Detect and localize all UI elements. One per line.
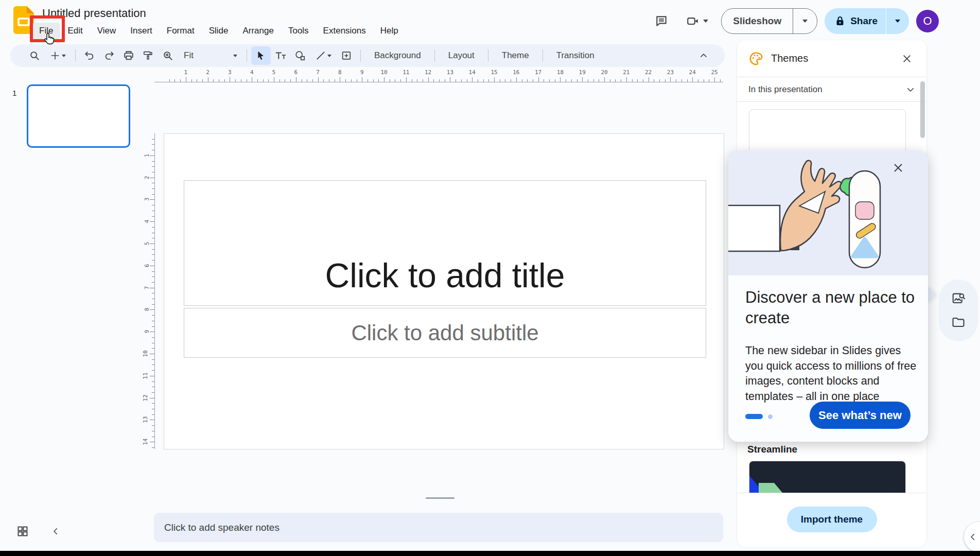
slideshow-label: Slideshow <box>722 9 793 33</box>
select-tool-button[interactable] <box>251 46 271 65</box>
share-label: Share <box>850 15 878 27</box>
ruler-number: 19 <box>579 69 586 76</box>
toolbar: Fit <box>10 44 725 67</box>
transition-button[interactable]: Transition <box>547 46 604 65</box>
menu-item-arrange[interactable]: Arrange <box>235 23 281 39</box>
undo-icon <box>84 50 95 61</box>
zoom-button[interactable] <box>158 46 178 65</box>
video-camera-icon <box>686 14 699 28</box>
speaker-notes-input[interactable]: Click to add speaker notes <box>154 513 723 542</box>
title-placeholder[interactable]: Click to add title <box>184 180 706 306</box>
image-search-button[interactable] <box>951 291 966 306</box>
text-icon <box>274 50 287 61</box>
shape-icon <box>294 50 306 61</box>
menu-item-view[interactable]: View <box>90 23 124 39</box>
expand-panel-button[interactable] <box>964 522 980 552</box>
ruler-number: 11 <box>142 372 149 379</box>
menu-bar: FileEditViewInsertFormatSlideArrangeTool… <box>32 23 406 39</box>
close-themes-panel-button[interactable] <box>899 50 915 67</box>
folder-button[interactable] <box>951 315 966 329</box>
promo-close-button[interactable] <box>888 158 908 178</box>
promo-title: Discover a new place to create <box>745 287 915 328</box>
promo-progress-active <box>745 414 763 419</box>
paint-format-button[interactable] <box>138 46 158 65</box>
ruler-number: 8 <box>338 69 342 76</box>
ruler-number: 18 <box>557 69 564 76</box>
promo-body-text: The new sidebar in Slides gives you quic… <box>745 343 920 405</box>
menu-item-help[interactable]: Help <box>373 23 406 39</box>
print-button[interactable] <box>119 46 138 65</box>
comment-icon <box>655 14 668 28</box>
theme-button[interactable]: Theme <box>493 46 538 65</box>
slideshow-button[interactable]: Slideshow <box>721 8 817 34</box>
menu-item-slide[interactable]: Slide <box>202 23 236 39</box>
redo-button[interactable] <box>99 46 119 65</box>
menu-item-edit[interactable]: Edit <box>60 23 90 39</box>
see-whats-new-button[interactable]: See what’s new <box>810 402 911 429</box>
notes-resize-handle[interactable] <box>426 497 454 499</box>
collapse-filmstrip-button[interactable] <box>46 522 65 541</box>
undo-button[interactable] <box>80 46 99 65</box>
text-box-button[interactable] <box>271 46 290 65</box>
slideshow-dropdown[interactable] <box>793 9 817 33</box>
in-this-presentation-section[interactable]: In this presentation <box>737 77 926 102</box>
ruler-number: 3 <box>144 198 150 201</box>
streamline-theme-art <box>749 461 905 493</box>
header-actions: Slideshow Share O <box>650 8 939 34</box>
share-button[interactable]: Share <box>825 8 909 34</box>
ruler-number: 24 <box>689 69 696 76</box>
subtitle-placeholder[interactable]: Click to add subtitle <box>184 308 706 358</box>
ruler-number: 13 <box>447 69 453 76</box>
search-menus-button[interactable] <box>25 46 44 65</box>
menu-item-format[interactable]: Format <box>160 23 202 39</box>
ruler-number: 7 <box>316 69 320 76</box>
streamline-theme-thumbnail[interactable] <box>749 461 906 493</box>
slides-logo[interactable] <box>13 6 34 34</box>
ruler-number: 4 <box>144 220 150 223</box>
chevron-down-icon <box>703 20 708 23</box>
avatar[interactable]: O <box>916 10 939 32</box>
ruler-number: 9 <box>144 330 150 334</box>
share-dropdown[interactable] <box>886 8 909 34</box>
shape-tool-button[interactable] <box>290 46 310 65</box>
ruler-number: 2 <box>144 176 150 179</box>
ruler-number: 3 <box>228 69 232 76</box>
slide-thumbnail[interactable] <box>27 84 130 148</box>
meet-button[interactable] <box>680 10 714 32</box>
folder-icon <box>951 315 966 329</box>
background-button[interactable]: Background <box>365 46 430 65</box>
vertical-ruler: 1234567891011121314 <box>142 133 155 449</box>
document-title[interactable]: Untitled presentation <box>42 7 146 20</box>
ruler-number: 6 <box>294 69 297 76</box>
slide-canvas[interactable]: Click to add title Click to add subtitle <box>164 133 724 449</box>
theme-name-label: Streamline <box>747 444 797 455</box>
collapse-toolbar-button[interactable] <box>694 46 713 65</box>
zoom-select[interactable]: Fit <box>178 47 242 64</box>
line-tool-button[interactable] <box>310 46 337 65</box>
ruler-number: 6 <box>144 264 150 267</box>
ruler-number: 14 <box>142 439 149 445</box>
ruler-number: 20 <box>601 69 607 76</box>
slide-number: 1 <box>12 89 16 97</box>
menu-item-tools[interactable]: Tools <box>281 23 316 39</box>
panel-scrollbar[interactable] <box>920 81 925 138</box>
sidebar-tools <box>939 280 978 341</box>
new-slide-button[interactable] <box>44 46 71 65</box>
themes-panel-title: Themes <box>771 53 899 64</box>
menu-item-extensions[interactable]: Extensions <box>316 23 373 39</box>
insert-placeholder-button[interactable] <box>337 46 356 65</box>
google-slides-window: Untitled presentation FileEditViewInsert… <box>0 0 980 556</box>
ruler-number: 8 <box>144 308 150 311</box>
grid-view-icon <box>16 525 29 537</box>
layout-button[interactable]: Layout <box>439 46 484 65</box>
grid-view-button[interactable] <box>13 522 32 541</box>
ruler-number: 5 <box>144 242 150 246</box>
import-theme-button[interactable]: Import theme <box>787 507 877 532</box>
comments-button[interactable] <box>650 10 673 32</box>
chevron-down-icon <box>895 20 900 23</box>
themes-panel-header: Themes <box>737 40 926 77</box>
ruler-number: 11 <box>402 69 409 76</box>
ruler-number: 10 <box>142 350 149 357</box>
menu-item-insert[interactable]: Insert <box>123 23 160 39</box>
plus-icon <box>50 50 60 61</box>
